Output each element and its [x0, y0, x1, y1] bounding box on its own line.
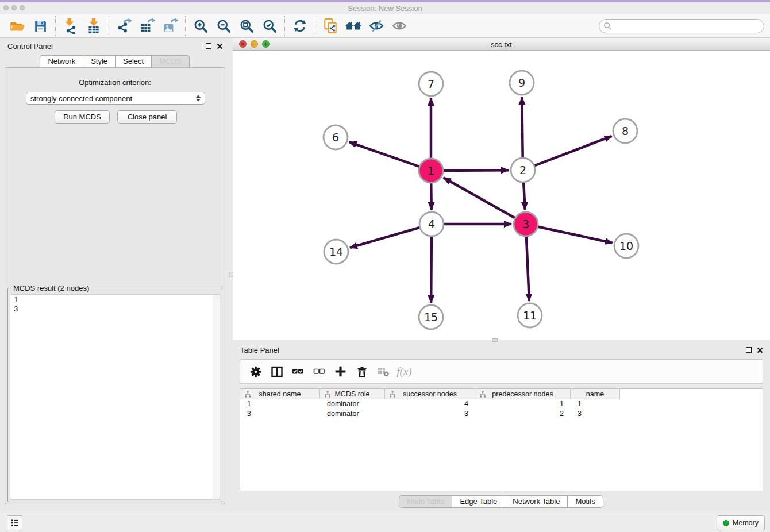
export-table-button[interactable]: [136, 16, 159, 36]
graph-edge-1-6[interactable]: [349, 142, 431, 171]
export-network-button[interactable]: [113, 16, 136, 36]
result-line: 1: [10, 295, 220, 304]
tab-node-table[interactable]: Node Table: [399, 495, 453, 508]
close-panel-button[interactable]: Close panel: [117, 110, 177, 124]
cell-name: 3: [571, 409, 620, 419]
selected-option: strongly connected component: [30, 94, 132, 103]
cell-mcds-role: dominator: [320, 399, 385, 409]
column-header-mcds-role[interactable]: MCDS role: [320, 389, 385, 399]
hide-panels-button[interactable]: [365, 16, 388, 36]
toolbar-separator: [284, 16, 285, 36]
import-table-icon: [86, 18, 102, 34]
zoom-in-button[interactable]: [189, 16, 212, 36]
open-session-button[interactable]: [6, 16, 29, 36]
show-panels-button[interactable]: [388, 16, 411, 36]
columns-icon: [270, 365, 284, 379]
graph-node-label: 1: [428, 164, 434, 177]
column-header-name[interactable]: name: [571, 389, 620, 399]
deselect-all-button[interactable]: [309, 362, 330, 381]
tab-select[interactable]: Select: [115, 55, 152, 68]
zoom-fit-button[interactable]: [235, 16, 258, 36]
graph-node-label: 6: [332, 131, 339, 144]
graph-node-label: 2: [519, 164, 526, 176]
table-settings-button[interactable]: [245, 362, 266, 381]
graph-node-label: 8: [622, 125, 629, 137]
import-network-button[interactable]: [59, 16, 82, 36]
column-header-shared-name[interactable]: shared name: [240, 389, 320, 399]
optimization-criterion-label: Optimization criterion:: [5, 78, 225, 87]
task-history-button[interactable]: [7, 515, 22, 530]
function-builder-button[interactable]: f(x): [394, 362, 415, 381]
mcds-result-textarea[interactable]: 1 3: [10, 294, 220, 500]
toolbar-separator: [109, 16, 109, 36]
graph-edge-2-8[interactable]: [523, 136, 612, 170]
add-column-button[interactable]: [330, 362, 351, 381]
houses-icon: [345, 18, 362, 34]
clone-network-button[interactable]: [319, 16, 342, 36]
network-canvas[interactable]: 7968124314101511: [233, 51, 770, 340]
export-network-icon: [116, 18, 132, 34]
table-row[interactable]: 1 dominator 4 1 1: [240, 399, 763, 409]
hierarchy-icon: [244, 391, 251, 398]
close-panel-icon[interactable]: [217, 43, 223, 49]
zoom-selected-button[interactable]: [258, 16, 281, 36]
hierarchy-icon: [479, 391, 486, 398]
tab-motifs[interactable]: Motifs: [567, 495, 603, 508]
show-columns-button[interactable]: [266, 362, 287, 381]
memory-button[interactable]: Memory: [717, 515, 765, 530]
tab-network[interactable]: Network: [40, 55, 83, 68]
table-row[interactable]: 3 dominator 3 2 3: [240, 409, 763, 419]
mcds-result-title: MCDS result (2 nodes): [11, 284, 91, 292]
tab-style[interactable]: Style: [83, 55, 116, 68]
export-image-button[interactable]: [159, 16, 182, 36]
select-all-icon: [291, 364, 305, 379]
vertical-splitter-handle[interactable]: [229, 272, 233, 277]
table-toolbar: f(x): [240, 359, 763, 384]
cell-shared-name: 3: [240, 409, 320, 419]
search-input[interactable]: [599, 19, 764, 33]
graph-edge-3-10[interactable]: [526, 224, 613, 243]
delete-table-button[interactable]: [372, 362, 394, 381]
run-mcds-button[interactable]: Run MCDS: [55, 110, 110, 124]
eye-icon: [391, 18, 407, 34]
select-all-button[interactable]: [287, 362, 309, 381]
zoom-fit-icon: [239, 18, 255, 34]
search-field: [599, 19, 764, 33]
column-header-successor-nodes[interactable]: successor nodes: [385, 389, 475, 399]
control-panel: Control Panel Network Style Select MCDS …: [0, 38, 230, 510]
toolbar-separator: [315, 16, 315, 36]
float-panel-icon[interactable]: [746, 347, 752, 353]
mcds-tab-panel: Optimization criterion: strongly connect…: [5, 67, 225, 504]
save-session-button[interactable]: [29, 16, 52, 36]
node-table: shared name MCDS role successor nodes pr…: [240, 388, 763, 491]
close-panel-icon[interactable]: [757, 347, 763, 353]
clone-network-icon: [322, 18, 338, 34]
home-view-button[interactable]: [342, 16, 365, 36]
column-header-predecessor-nodes[interactable]: predecessor nodes: [475, 389, 571, 399]
trash-icon: [355, 365, 369, 379]
float-panel-icon[interactable]: [206, 43, 211, 49]
tab-edge-table[interactable]: Edge Table: [452, 495, 505, 508]
network-graph[interactable]: 7968124314101511: [233, 51, 770, 340]
column-label: predecessor nodes: [492, 390, 553, 398]
import-table-button[interactable]: [82, 16, 105, 36]
refresh-button[interactable]: [288, 16, 311, 36]
network-window-titlebar[interactable]: × − + scc.txt: [233, 38, 770, 51]
zoom-out-icon: [216, 18, 232, 34]
tab-network-table[interactable]: Network Table: [505, 495, 568, 508]
network-window-title: scc.txt: [233, 40, 770, 49]
zoom-out-button[interactable]: [212, 16, 235, 36]
refresh-icon: [292, 18, 307, 33]
graph-edge-3-1[interactable]: [444, 178, 526, 224]
tab-mcds[interactable]: MCDS: [151, 55, 189, 68]
search-icon: [603, 22, 612, 30]
export-image-icon: [162, 18, 178, 34]
result-scrollbar[interactable]: [213, 295, 220, 499]
optimization-criterion-select[interactable]: strongly connected component: [26, 92, 205, 105]
delete-column-button[interactable]: [351, 362, 372, 381]
network-view-window: × − + scc.txt 7968124314101511: [233, 38, 770, 340]
gear-icon: [249, 365, 263, 379]
toolbar-separator: [185, 16, 186, 36]
graph-node-label: 3: [522, 218, 529, 230]
cell-shared-name: 1: [240, 399, 320, 409]
